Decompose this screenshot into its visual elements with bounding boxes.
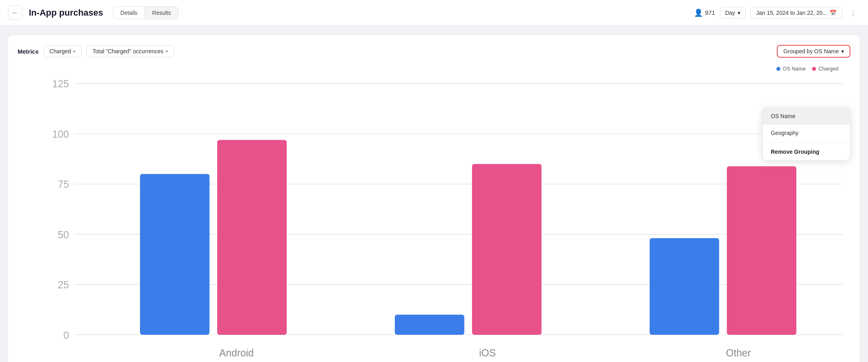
- tab-details[interactable]: Details: [113, 7, 145, 19]
- occurrence-caret: ▾: [166, 49, 168, 54]
- interval-caret: ▾: [738, 10, 740, 16]
- other-blue-bar: [650, 238, 719, 335]
- calendar-icon: 📅: [830, 10, 836, 16]
- topbar-right: 👤 971 Day ▾ Jan 15, 2024 to Jan 22, 20..…: [694, 6, 860, 19]
- legend-blue-dot: [776, 67, 780, 71]
- metrics-card: Metrics Charged ▾ Total "Charged" occurr…: [8, 35, 860, 362]
- interval-label: Day: [725, 10, 735, 16]
- charged-caret: ▾: [73, 49, 76, 54]
- dropdown-item-os-name[interactable]: OS Name: [763, 108, 850, 125]
- back-icon: ←: [12, 9, 18, 16]
- remove-grouping-label: Remove Grouping: [771, 149, 819, 155]
- date-range-selector[interactable]: Jan 15, 2024 to Jan 22, 20... 📅: [750, 7, 842, 19]
- more-options-button[interactable]: ⋮: [847, 6, 860, 19]
- more-icon: ⋮: [850, 8, 858, 17]
- occurrence-dropdown[interactable]: Total "Charged" occurrences ▾: [86, 45, 174, 57]
- tab-results[interactable]: Results: [145, 7, 178, 19]
- charged-dropdown[interactable]: Charged ▾: [44, 45, 82, 57]
- y-label-100: 100: [52, 129, 69, 140]
- user-icon: 👤: [694, 8, 703, 17]
- android-pink-bar: [217, 140, 287, 335]
- legend-blue-label: OS Name: [783, 66, 806, 72]
- y-label-25: 25: [58, 279, 69, 290]
- y-label-0: 0: [63, 330, 69, 341]
- page-title: In-App purchases: [29, 8, 103, 18]
- back-button[interactable]: ←: [8, 6, 22, 20]
- y-label-125: 125: [52, 78, 69, 89]
- tab-group: Details Results: [113, 6, 178, 19]
- x-label-ios: iOS: [479, 347, 496, 358]
- dropdown-item-geography[interactable]: Geography: [763, 125, 850, 141]
- legend-pink-label: Charged: [818, 66, 838, 72]
- chart-area: 125 100 75 50 25 0 Android iOS: [18, 76, 850, 362]
- grouped-caret: ▾: [841, 48, 844, 54]
- os-name-label: OS Name: [771, 113, 795, 119]
- legend-pink-dot: [812, 67, 816, 71]
- bar-chart: 125 100 75 50 25 0 Android iOS: [40, 80, 850, 362]
- card-header: Metrics Charged ▾ Total "Charged" occurr…: [18, 45, 850, 58]
- metrics-label: Metrics: [18, 48, 39, 55]
- topbar: ← In-App purchases Details Results 👤 971…: [0, 0, 868, 26]
- grouped-by-button[interactable]: Grouped by OS Name ▾: [777, 45, 850, 58]
- grouping-dropdown-menu: OS Name Geography Remove Grouping: [762, 107, 850, 161]
- x-label-android: Android: [219, 347, 254, 358]
- x-label-other: Other: [726, 347, 751, 358]
- y-label-50: 50: [58, 229, 69, 240]
- dropdown-divider: [763, 142, 850, 143]
- charged-label: Charged: [50, 48, 71, 54]
- android-blue-bar: [140, 174, 210, 335]
- grouped-label: Grouped by OS Name: [783, 48, 839, 54]
- dropdown-item-remove-grouping[interactable]: Remove Grouping: [763, 143, 850, 160]
- legend-pink: Charged: [812, 66, 838, 72]
- user-count-container: 👤 971: [694, 8, 715, 17]
- legend-blue: OS Name: [776, 66, 806, 72]
- ios-pink-bar: [472, 164, 542, 335]
- date-range-label: Jan 15, 2024 to Jan 22, 20...: [756, 10, 827, 16]
- other-pink-bar: [727, 166, 796, 335]
- interval-selector[interactable]: Day ▾: [720, 7, 746, 19]
- y-label-75: 75: [58, 179, 69, 190]
- geography-label: Geography: [771, 130, 798, 136]
- user-count: 971: [705, 9, 715, 16]
- ios-blue-bar: [395, 315, 464, 335]
- main-content: Metrics Charged ▾ Total "Charged" occurr…: [0, 26, 868, 362]
- occurrence-label: Total "Charged" occurrences: [92, 48, 163, 54]
